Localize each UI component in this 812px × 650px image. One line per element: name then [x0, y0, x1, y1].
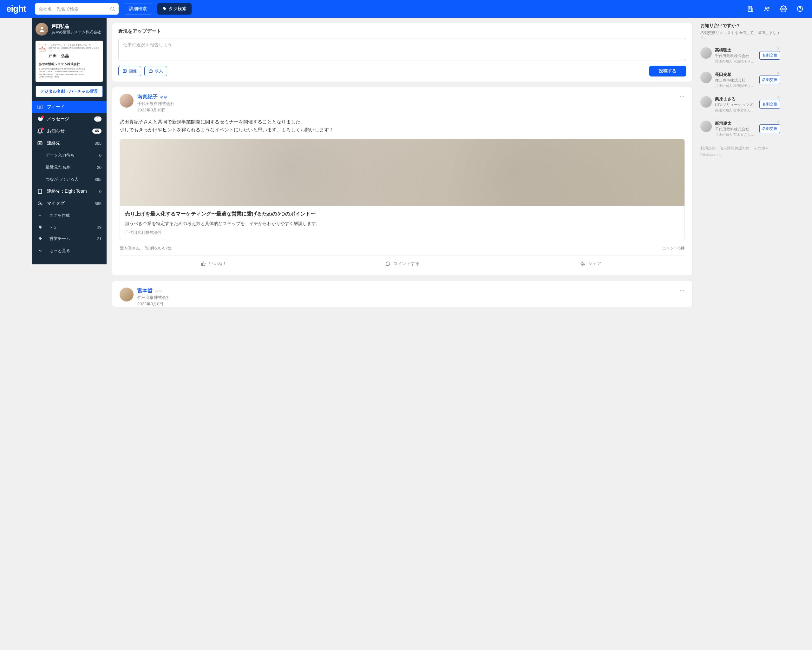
nav-mytag[interactable]: マイタグ 365 — [32, 197, 107, 210]
advanced-search-button[interactable]: 詳細検索 — [124, 3, 152, 15]
svg-point-12 — [41, 27, 43, 29]
nav-contacts[interactable]: 連絡先 365 — [32, 137, 107, 149]
svg-line-1 — [114, 10, 114, 11]
suggestion-name[interactable]: 長田光希 — [715, 72, 756, 78]
terms-link[interactable]: 利用規約 — [701, 146, 716, 151]
exchange-button[interactable]: 名刺交換 — [759, 124, 780, 133]
link-title: 売り上げを最大化するマーケティング〜最適な営業に繋げるための3つのポイント〜 — [125, 210, 679, 217]
suggestion-mutual: 共通の知人 秋田陽子さん、… — [715, 59, 756, 64]
post-author-name[interactable]: 宮本哲 — [137, 288, 153, 294]
search-wrap — [35, 3, 119, 15]
card-name: 戸田 弘晶 — [49, 53, 99, 59]
nav-more[interactable]: もっと見る — [32, 245, 107, 257]
nav-pending[interactable]: データ入力待ち0 — [32, 149, 107, 161]
suggestion-name[interactable]: 新垣慶太 — [715, 121, 756, 126]
svg-point-26 — [39, 202, 40, 203]
business-card-preview[interactable]: ◆AYAME ビジネスソリューション第１部 事業法人グループ 顧問代理（M)（東… — [35, 41, 103, 82]
close-icon[interactable]: ✕ — [777, 46, 780, 51]
post-author-name[interactable]: 南真紀子 — [137, 93, 158, 100]
tag-icon — [38, 225, 43, 229]
nav-team[interactable]: 連絡先：Eight Team 0 — [32, 185, 107, 197]
share-icon — [580, 261, 586, 267]
avatar — [35, 23, 48, 35]
right-column: お知り合いですか？ 名刺交換リクエストを送信して、追加しましょう。 高橋聡太 千… — [698, 18, 780, 162]
link-preview-card[interactable]: 売り上げを最大化するマーケティング〜最適な営業に繋げるための3つのポイント〜 狙… — [120, 139, 685, 240]
thumbs-up-icon — [201, 261, 206, 267]
close-icon[interactable]: ✕ — [777, 95, 780, 100]
comment-button[interactable]: コメントする — [308, 258, 496, 269]
profile-block[interactable]: 戸田弘晶 あやめ情報システム株式会社 — [32, 18, 107, 41]
nav-ris[interactable]: RIS39 — [32, 222, 107, 232]
attach-image-button[interactable]: 画像 — [118, 66, 141, 76]
nav-team-label: 連絡先：Eight Team — [47, 188, 95, 194]
close-icon[interactable]: ✕ — [777, 119, 780, 124]
exchange-button[interactable]: 名刺交換 — [759, 75, 780, 84]
suggestion-mutual: 共通の知人 荒木香さん、他… — [715, 132, 756, 137]
svg-point-32 — [683, 96, 684, 97]
briefcase-icon — [148, 69, 153, 73]
exchange-button[interactable]: 名刺交換 — [759, 51, 780, 60]
composer: 近況をアップデート 画像 求人 投稿する — [111, 23, 693, 82]
suggestion-company: HTUソリューションズ — [715, 102, 756, 107]
post-more-icon[interactable] — [679, 93, 685, 99]
svg-point-30 — [680, 96, 681, 97]
tag-search-button[interactable]: タグ検索 — [157, 3, 192, 15]
nav-sales[interactable]: 営業チーム21 — [32, 232, 107, 245]
suggestion-avatar[interactable] — [701, 121, 712, 132]
svg-point-0 — [111, 7, 114, 11]
privacy-link[interactable]: 個人情報保護方針 — [719, 146, 750, 151]
company-icon[interactable] — [745, 3, 756, 15]
exchange-button[interactable]: 名刺交換 — [759, 100, 780, 109]
likes-summary[interactable]: 荒木香さん、他3件のいいね — [120, 245, 171, 251]
like-button[interactable]: いいね！ — [120, 258, 308, 269]
share-button[interactable]: シェア — [496, 258, 685, 269]
profile-name: 戸田弘晶 — [51, 24, 101, 29]
search-icon[interactable] — [110, 6, 116, 12]
nav-messages-count: 1 — [94, 116, 102, 122]
people-icon[interactable] — [761, 3, 773, 15]
post-avatar[interactable] — [120, 288, 134, 301]
close-icon[interactable]: ✕ — [777, 70, 780, 75]
post-more-icon[interactable] — [679, 288, 685, 293]
other-link[interactable]: その他 ▾ — [754, 146, 768, 151]
feed-post-1: 南真紀子 ⊘⊘ 千代田飲料株式会社 2022年3月10日 武田真紀子さんと共同で… — [111, 87, 693, 276]
bell-icon — [37, 128, 43, 134]
composer-textarea[interactable] — [118, 38, 686, 61]
card-details: 〒100-XXXX 仙台市青葉区中央区神田XX丁目X XXビル TEL 03-1… — [39, 67, 99, 78]
suggestion-avatar[interactable] — [701, 47, 712, 59]
main-column: 近況をアップデート 画像 求人 投稿する 南真紀子 ⊘⊘ 千代田飲料株式会社 2… — [107, 18, 698, 312]
nav-messages[interactable]: メッセージ 1 — [32, 113, 107, 125]
nav-create-tag[interactable]: ＋タグを作成 — [32, 210, 107, 222]
person-tag-icon — [37, 200, 43, 206]
chevron-down-icon — [38, 249, 43, 253]
digital-card-button[interactable]: デジタル名刺・バーチャル背景 — [35, 86, 103, 97]
top-header: eight 詳細検索 タグ検索 — [0, 0, 812, 18]
post-button[interactable]: 投稿する — [649, 66, 686, 76]
link-badge-icon: ⊘⊘ — [155, 289, 163, 293]
nav-news[interactable]: お知らせ 46 — [32, 125, 107, 137]
svg-point-35 — [683, 290, 684, 291]
search-input[interactable] — [35, 3, 119, 15]
suggestion-name[interactable]: 高橋聡太 — [715, 47, 756, 53]
nav-connected[interactable]: つながっている人365 — [32, 173, 107, 185]
sidebar: 戸田弘晶 あやめ情報システム株式会社 ◆AYAME ビジネスソリューション第１部… — [32, 18, 107, 265]
svg-point-31 — [682, 96, 682, 97]
nav-team-count: 0 — [99, 189, 102, 194]
nav-news-count: 46 — [92, 128, 102, 134]
nav-feed-label: フィード — [47, 104, 102, 110]
help-icon[interactable] — [794, 3, 806, 15]
suggestion-avatar[interactable] — [701, 96, 712, 108]
svg-point-7 — [765, 7, 767, 9]
suggestion-mutual: 共通の知人 秋田陽子さん、他… — [715, 84, 756, 88]
logo[interactable]: eight — [6, 4, 26, 14]
card-logo-icon: ◆AYAME — [39, 44, 46, 51]
comments-summary[interactable]: コメント5件 — [662, 245, 685, 251]
suggestion-name[interactable]: 栗原まさる — [715, 96, 756, 102]
post-avatar[interactable] — [120, 93, 134, 108]
suggestion-avatar[interactable] — [701, 72, 712, 83]
attach-job-button[interactable]: 求人 — [144, 66, 167, 76]
settings-icon[interactable] — [778, 3, 789, 15]
nav-recent[interactable]: 最近見た名刺20 — [32, 161, 107, 173]
nav-feed[interactable]: フィード — [32, 101, 107, 113]
contacts-icon — [37, 140, 43, 146]
